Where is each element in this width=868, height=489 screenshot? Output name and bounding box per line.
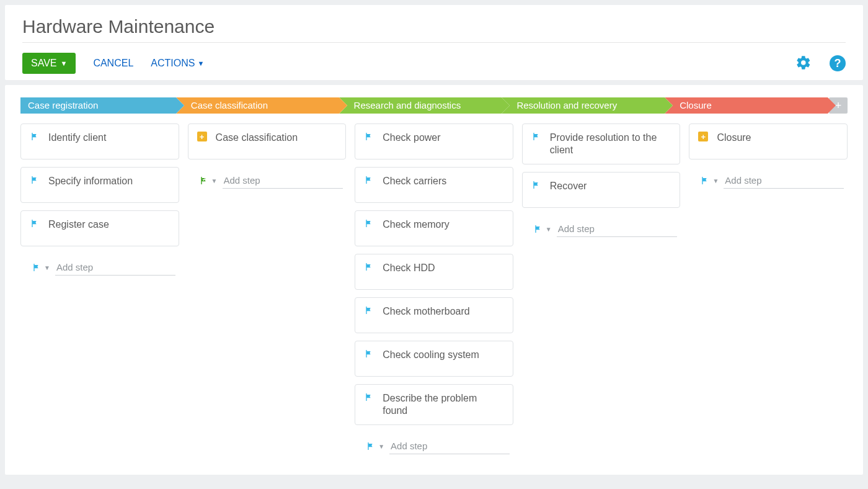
toolbar: SAVE ▼ CANCEL ACTIONS ▼ ? bbox=[22, 43, 846, 74]
step-label: Recover bbox=[550, 180, 587, 192]
step-label: Identify client bbox=[48, 132, 106, 144]
page-title: Hardware Maintenance bbox=[22, 16, 846, 43]
header-card: Hardware Maintenance SAVE ▼ CANCEL ACTIO… bbox=[5, 5, 863, 80]
caret-down-icon: ▼ bbox=[712, 177, 719, 184]
checkflag-icon bbox=[199, 176, 209, 186]
step-card[interactable]: + Case classification bbox=[188, 123, 347, 159]
flag-icon bbox=[364, 392, 374, 402]
caret-down-icon: ▼ bbox=[211, 177, 218, 184]
add-step-row: ▼ bbox=[188, 167, 347, 192]
stage-column: + Case classification ▼ bbox=[188, 123, 347, 192]
add-step-type-picker[interactable]: ▼ bbox=[199, 176, 218, 186]
step-card[interactable]: Provide resolution to the client bbox=[522, 123, 681, 164]
caret-down-icon: ▼ bbox=[61, 60, 68, 67]
workflow-columns: Identify client Specify information Regi… bbox=[20, 123, 848, 457]
add-step-input[interactable] bbox=[724, 173, 844, 189]
flag-icon bbox=[30, 132, 40, 141]
stage-header[interactable]: Resolution and recovery bbox=[502, 97, 665, 114]
question-icon: ? bbox=[835, 57, 841, 70]
step-label: Check power bbox=[383, 132, 440, 144]
add-step-type-picker[interactable]: ▼ bbox=[700, 176, 719, 186]
actions-button-label: ACTIONS bbox=[151, 58, 195, 69]
step-card[interactable]: Describe the problem found bbox=[355, 384, 513, 425]
add-step-input[interactable] bbox=[223, 173, 343, 189]
step-card[interactable]: Check HDD bbox=[355, 254, 513, 290]
step-label: Describe the problem found bbox=[383, 392, 504, 417]
stage-label: Case classification bbox=[191, 100, 268, 110]
stage-label: Resolution and recovery bbox=[516, 100, 617, 110]
plus-icon: + bbox=[835, 99, 842, 112]
caret-down-icon: ▼ bbox=[546, 226, 552, 233]
subprocess-icon: + bbox=[197, 132, 207, 141]
step-card[interactable]: Check power bbox=[355, 123, 513, 159]
step-label: Check motherboard bbox=[383, 305, 470, 318]
step-card[interactable]: Recover bbox=[522, 172, 681, 208]
stage-label: Case registration bbox=[28, 100, 98, 110]
add-step-type-picker[interactable]: ▼ bbox=[32, 262, 50, 272]
flag-icon bbox=[531, 180, 541, 190]
step-card[interactable]: Specify information bbox=[20, 167, 179, 203]
add-step-type-picker[interactable]: ▼ bbox=[533, 224, 552, 234]
save-button[interactable]: SAVE ▼ bbox=[22, 53, 76, 74]
step-card[interactable]: Check carriers bbox=[355, 167, 513, 203]
cancel-button-label: CANCEL bbox=[93, 58, 133, 69]
step-label: Provide resolution to the client bbox=[550, 132, 671, 156]
stage-label: Closure bbox=[680, 100, 712, 110]
subprocess-icon: + bbox=[698, 132, 708, 141]
help-button[interactable]: ? bbox=[830, 55, 846, 71]
flag-icon bbox=[531, 132, 541, 141]
step-card[interactable]: Register case bbox=[20, 210, 179, 246]
gear-icon bbox=[795, 55, 812, 73]
caret-down-icon: ▼ bbox=[378, 443, 384, 450]
step-label: Check cooling system bbox=[383, 349, 479, 361]
stage-header[interactable]: Case registration bbox=[20, 97, 176, 114]
flag-icon bbox=[364, 175, 374, 185]
add-step-row: ▼ bbox=[355, 433, 513, 457]
add-step-row: ▼ bbox=[689, 167, 848, 192]
workflow-card: Case registration Case classification Re… bbox=[5, 85, 863, 475]
flag-icon bbox=[30, 218, 40, 228]
settings-button[interactable] bbox=[795, 55, 812, 72]
stage-label: Research and diagnostics bbox=[354, 100, 461, 110]
flag-icon bbox=[533, 224, 543, 234]
add-step-row: ▼ bbox=[522, 215, 681, 240]
step-card[interactable]: Check motherboard bbox=[355, 297, 513, 333]
step-card[interactable]: Check cooling system bbox=[355, 341, 513, 377]
caret-down-icon: ▼ bbox=[44, 264, 50, 271]
stage-column: Identify client Specify information Regi… bbox=[20, 123, 179, 279]
cancel-button[interactable]: CANCEL bbox=[93, 58, 133, 69]
step-label: Check carriers bbox=[383, 175, 446, 187]
step-label: Case classification bbox=[216, 132, 298, 144]
stage-column: Check power Check carriers Check memory … bbox=[355, 123, 513, 457]
flag-icon bbox=[364, 218, 374, 228]
step-card[interactable]: Identify client bbox=[20, 123, 179, 159]
step-label: Check memory bbox=[383, 218, 450, 231]
step-label: Check HDD bbox=[383, 262, 435, 274]
caret-down-icon: ▼ bbox=[197, 60, 204, 67]
flag-icon bbox=[32, 262, 42, 272]
stage-column: Provide resolution to the client Recover… bbox=[522, 123, 681, 240]
flag-icon bbox=[700, 176, 710, 186]
stage-header[interactable]: Case classification bbox=[176, 97, 339, 114]
step-label: Closure bbox=[717, 132, 751, 144]
flag-icon bbox=[364, 305, 374, 315]
add-step-row: ▼ bbox=[20, 254, 179, 279]
flag-icon bbox=[364, 262, 374, 272]
save-button-label: SAVE bbox=[31, 58, 57, 69]
flag-icon bbox=[30, 175, 40, 185]
stage-header[interactable]: Research and diagnostics bbox=[339, 97, 502, 114]
add-step-input[interactable] bbox=[557, 221, 677, 237]
step-card[interactable]: + Closure bbox=[689, 123, 848, 159]
stage-header[interactable]: Closure bbox=[665, 97, 828, 114]
flag-icon bbox=[364, 349, 374, 359]
add-step-input[interactable] bbox=[389, 438, 510, 454]
flag-icon bbox=[364, 132, 374, 141]
step-label: Specify information bbox=[48, 175, 133, 187]
actions-button[interactable]: ACTIONS ▼ bbox=[151, 58, 204, 69]
stage-header-row: Case registration Case classification Re… bbox=[20, 97, 848, 114]
step-card[interactable]: Check memory bbox=[355, 210, 513, 246]
add-step-type-picker[interactable]: ▼ bbox=[366, 441, 384, 451]
stage-column: + Closure ▼ bbox=[689, 123, 848, 192]
flag-icon bbox=[366, 441, 376, 451]
add-step-input[interactable] bbox=[55, 259, 175, 276]
